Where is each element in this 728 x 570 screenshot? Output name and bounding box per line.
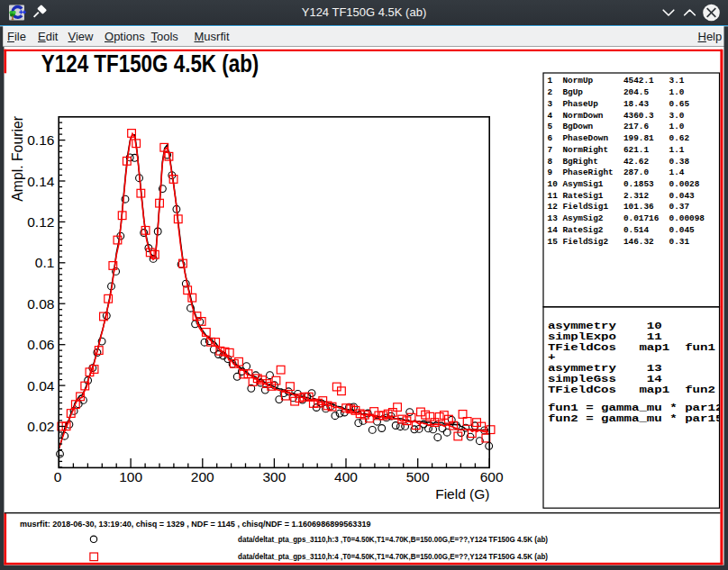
svg-text:simplExpo 11: simplExpo 11 [548,332,662,342]
svg-text:TFieldCos map1 fun1: TFieldCos map1 fun1 [548,342,715,352]
svg-text:+: + [548,353,555,363]
svg-text:TFieldCos map1 fun2: TFieldCos map1 fun2 [548,385,715,395]
svg-text:8 BgRight 42.62 0.38: 8 BgRight 42.62 0.38 [548,156,690,166]
svg-text:6 PhaseDown 199.81 0.62: 6 PhaseDown 199.81 0.62 [548,133,690,143]
svg-text:3 PhaseUp 18.43 0.65: 3 PhaseUp 18.43 0.65 [548,99,690,109]
svg-text:Ampl. Fourier: Ampl. Fourier [10,116,25,202]
svg-text:data/deltat_pta_gps_3110,h:4 ,: data/deltat_pta_gps_3110,h:4 ,T0=4.50K,T… [238,552,548,561]
svg-text:0.1: 0.1 [35,255,55,270]
svg-text:0.08: 0.08 [27,296,54,312]
svg-text:15 FieldSig2 146.32 0.31: 15 FieldSig2 146.32 0.31 [548,236,690,246]
svg-text:12 FieldSig1 101.36 0.37: 12 FieldSig1 101.36 0.37 [548,202,690,212]
svg-text:10 AsymSig1 0.1853 0.0028: 10 AsymSig1 0.1853 0.0028 [548,179,700,189]
svg-text:0.06: 0.06 [27,337,54,352]
svg-text:simpleGss 14: simpleGss 14 [548,375,662,385]
svg-text:400: 400 [334,469,358,484]
svg-text:0.04: 0.04 [27,378,55,394]
svg-text:7 NormRight 621.1 1.1: 7 NormRight 621.1 1.1 [548,145,685,155]
svg-text:asymmetry 13: asymmetry 13 [548,364,662,374]
svg-text:0.12: 0.12 [27,214,54,230]
svg-text:0.02: 0.02 [27,419,54,434]
svg-text:2 BgUp 204.5 1.0: 2 BgUp 204.5 1.0 [548,87,685,97]
svg-text:fun1 = gamma_mu * par12: fun1 = gamma_mu * par12 [548,403,723,413]
svg-text:5 BgDown 217.6 1.0: 5 BgDown 217.6 1.0 [548,122,685,131]
svg-text:data/deltat_pta_gps_3110,h:3 ,: data/deltat_pta_gps_3110,h:3 ,T0=4.50K,T… [238,535,548,544]
svg-text:500: 500 [406,469,430,484]
svg-text:1 NormUp 4542.1 3.1: 1 NormUp 4542.1 3.1 [548,76,685,86]
svg-text:11 RateSig1 2.312 0.043: 11 RateSig1 2.312 0.043 [548,191,695,201]
svg-text:4 NormDown 4360.3 3.0: 4 NormDown 4360.3 3.0 [548,110,685,120]
svg-text:300: 300 [262,469,286,484]
svg-text:musrfit: 2018-06-30, 13:19:40,: musrfit: 2018-06-30, 13:19:40, chisq = 1… [20,520,371,529]
svg-text:200: 200 [191,469,214,484]
svg-text:14 RateSig2 0.514 0.045: 14 RateSig2 0.514 0.045 [548,225,695,235]
svg-text:9 PhaseRight 287.0 1.4: 9 PhaseRight 287.0 1.4 [548,167,685,177]
svg-text:Field (G): Field (G) [435,486,489,502]
svg-text:0: 0 [54,469,62,484]
svg-text:600: 600 [480,469,504,484]
svg-text:fun2 = gamma_mu * par15: fun2 = gamma_mu * par15 [548,414,723,424]
svg-text:100: 100 [119,469,142,484]
svg-text:asymmetry 10: asymmetry 10 [548,321,662,331]
svg-text:0.14: 0.14 [27,174,55,189]
svg-text:Y124 TF150G 4.5K (ab): Y124 TF150G 4.5K (ab) [41,50,259,77]
svg-text:13 AsymSig2 0.01716 0.0009: 13 AsymSig2 0.01716 0.00098 [548,213,705,223]
svg-text:0.16: 0.16 [27,132,54,148]
